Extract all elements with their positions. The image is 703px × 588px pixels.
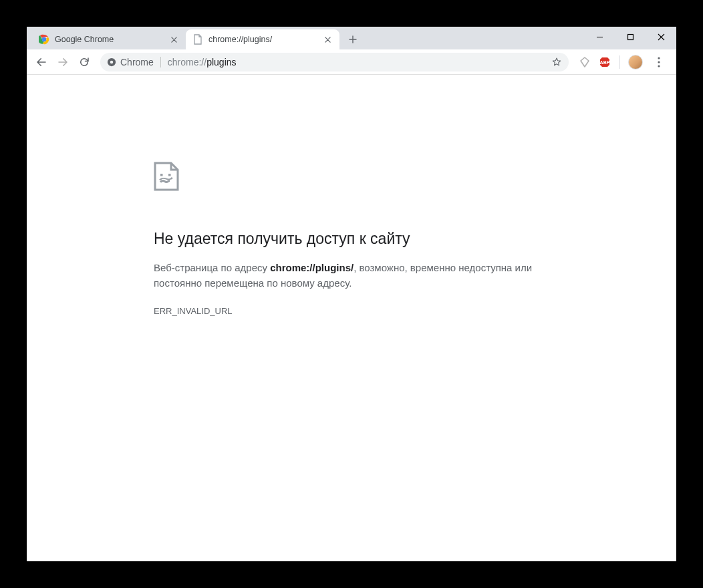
close-icon[interactable] xyxy=(322,34,333,45)
url-text: chrome://plugins xyxy=(168,57,237,67)
error-description: Веб-страница по адресу chrome://plugins/… xyxy=(154,260,541,291)
extension-icons: ABP xyxy=(575,53,671,71)
tab-strip: Google Chrome chrome://plugins/ xyxy=(32,27,362,49)
titlebar: Google Chrome chrome://plugins/ xyxy=(27,27,676,49)
menu-button[interactable] xyxy=(650,53,668,71)
tab-title: Google Chrome xyxy=(55,35,168,44)
url-path: plugins xyxy=(206,57,236,67)
site-chip-label: Chrome xyxy=(120,57,154,67)
svg-point-2 xyxy=(43,38,46,41)
svg-point-8 xyxy=(658,61,660,63)
error-desc-prefix: Веб-страница по адресу xyxy=(154,262,270,273)
back-button[interactable] xyxy=(32,53,51,71)
svg-rect-11 xyxy=(168,174,171,176)
svg-rect-10 xyxy=(160,174,163,176)
error-title: Не удается получить доступ к сайту xyxy=(154,230,541,248)
close-icon[interactable] xyxy=(168,34,179,45)
error-page: Не удается получить доступ к сайту Веб-с… xyxy=(154,162,541,316)
reload-button[interactable] xyxy=(75,53,94,71)
browser-window: Google Chrome chrome://plugins/ xyxy=(27,27,676,561)
address-bar[interactable]: Chrome chrome://plugins xyxy=(100,53,569,71)
sad-page-icon xyxy=(154,162,202,210)
toolbar-separator xyxy=(619,55,620,69)
adblock-extension-icon[interactable]: ABP xyxy=(598,55,611,69)
svg-rect-3 xyxy=(627,34,633,39)
chrome-icon xyxy=(39,34,49,45)
page-icon xyxy=(192,34,203,45)
forward-button[interactable] xyxy=(53,53,72,71)
bookmark-star-icon[interactable] xyxy=(551,57,562,67)
svg-text:ABP: ABP xyxy=(600,60,610,65)
close-window-button[interactable] xyxy=(646,27,676,47)
minimize-button[interactable] xyxy=(584,27,615,47)
svg-point-9 xyxy=(658,65,660,67)
tab-plugins[interactable]: chrome://plugins/ xyxy=(186,29,339,49)
window-controls xyxy=(584,27,676,47)
tab-title: chrome://plugins/ xyxy=(208,35,322,44)
svg-point-5 xyxy=(110,60,114,63)
maximize-button[interactable] xyxy=(615,27,646,47)
chrome-badge-icon xyxy=(107,57,116,67)
svg-point-7 xyxy=(658,57,660,59)
profile-avatar[interactable] xyxy=(628,55,643,69)
page-content: Не удается получить доступ к сайту Веб-с… xyxy=(27,75,676,561)
url-scheme: chrome:// xyxy=(168,57,206,67)
error-desc-url: chrome://plugins/ xyxy=(270,262,354,273)
toolbar: Chrome chrome://plugins ABP xyxy=(27,49,676,75)
new-tab-button[interactable] xyxy=(343,30,362,49)
yandex-extension-icon[interactable] xyxy=(578,55,591,69)
error-code: ERR_INVALID_URL xyxy=(154,306,541,316)
tab-google-chrome[interactable]: Google Chrome xyxy=(32,29,186,49)
site-chip[interactable]: Chrome xyxy=(107,57,161,67)
